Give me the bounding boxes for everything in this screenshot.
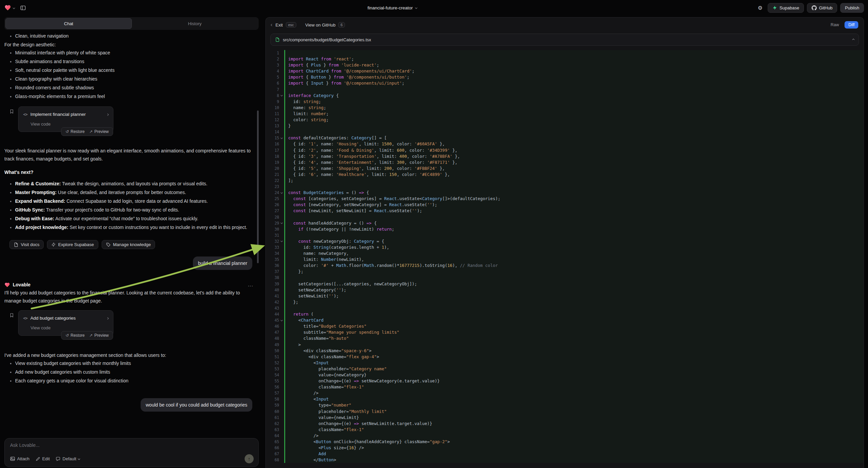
fold-chevron-icon[interactable]: [279, 238, 284, 244]
tab-chat[interactable]: Chat: [5, 18, 132, 29]
file-header[interactable]: src/components/budget/BudgetCategories.t…: [271, 34, 859, 46]
line-number: 29: [266, 220, 279, 226]
fold-slot: [279, 129, 284, 135]
edit-card-add-budget-categories[interactable]: <> Add budget categories View code ↺Rest…: [18, 310, 114, 336]
fold-chevron-icon[interactable]: [279, 135, 284, 141]
supabase-icon: [51, 242, 56, 247]
code-lines: 12import React from 'react';3import { Pl…: [266, 49, 864, 468]
line-number: 59: [266, 402, 279, 408]
fold-slot: [279, 311, 284, 317]
code-line: 39 setCategories([...categories, newCate…: [266, 281, 864, 287]
exit-button[interactable]: Exit: [271, 23, 283, 28]
code-viewer-header: Exit esc View on GitHub 6 Raw Diff: [266, 18, 864, 32]
send-button[interactable]: ↑: [245, 454, 254, 463]
code-text: <Button onClick={handleAddCategory} clas…: [284, 439, 864, 445]
code-line: 51 <div className="flex gap-4">: [266, 354, 864, 360]
bookmark-icon[interactable]: [9, 109, 14, 114]
code-line: 31: [266, 232, 864, 238]
restore-icon: ↺: [65, 333, 69, 338]
code-line: 57 />: [266, 390, 864, 396]
line-number: 25: [266, 196, 279, 202]
user-message: build a financial planner: [193, 257, 252, 270]
fold-slot: [279, 141, 284, 147]
list-item: Debug with Ease: Activate our experiment…: [15, 214, 258, 223]
more-options-button[interactable]: ...: [248, 282, 253, 288]
code-line: 58 <Input: [266, 396, 864, 402]
code-text: [284, 214, 864, 220]
line-number: 8: [266, 93, 279, 99]
preview-button[interactable]: ↗Preview: [87, 128, 111, 135]
chevron-up-icon: [852, 38, 855, 40]
mode-select[interactable]: Default: [56, 456, 80, 461]
chat-input[interactable]: Ask Lovable...: [10, 442, 254, 454]
line-number: 50: [266, 348, 279, 354]
code-text: <ChartCard: [284, 317, 864, 323]
manage-knowledge-button[interactable]: Manage knowledge: [102, 240, 155, 249]
project-name-menu[interactable]: financial-future-creator: [367, 5, 417, 10]
raw-toggle[interactable]: Raw: [828, 21, 841, 29]
sidebar-icon: [20, 5, 26, 11]
line-number: 21: [266, 172, 279, 178]
code-line: 21 { id: '6', name: 'Healthcare', limit:…: [266, 172, 864, 178]
line-number: 32: [266, 238, 279, 244]
code-text: placeholder="Category name": [284, 366, 864, 372]
restore-button[interactable]: ↺Restore: [63, 332, 87, 339]
fold-chevron-icon[interactable]: [279, 93, 284, 99]
restore-button[interactable]: ↺Restore: [63, 128, 87, 135]
diff-toggle[interactable]: Diff: [844, 21, 858, 29]
fold-slot: [279, 378, 284, 384]
attach-button[interactable]: Attach: [10, 456, 30, 461]
lovable-logo-menu[interactable]: [4, 4, 15, 11]
explore-supabase-button[interactable]: Explore Supabase: [47, 240, 98, 249]
code-line: 38: [266, 274, 864, 281]
fold-slot: [279, 111, 284, 117]
publish-button[interactable]: Publish: [840, 3, 864, 13]
toggle-sidebar-button[interactable]: [18, 3, 28, 12]
view-on-github-label: View on GitHub: [305, 23, 336, 28]
line-number: 37: [266, 269, 279, 274]
fold-chevron-icon[interactable]: [279, 220, 284, 226]
fold-slot: [279, 147, 284, 153]
code-line: 35 limit: Number(newLimit),: [266, 257, 864, 263]
line-number: 19: [266, 159, 279, 166]
code-text: setNewLimit('');: [284, 293, 864, 299]
line-number: 24: [266, 190, 279, 196]
supabase-button[interactable]: Supabase: [768, 3, 804, 13]
line-number: 68: [266, 457, 279, 463]
fold-slot: [279, 402, 284, 408]
fold-slot: [279, 105, 284, 111]
settings-button[interactable]: ⚙: [755, 3, 765, 12]
code-text: id: String(categories.length + 1),: [284, 244, 864, 251]
fold-slot: [279, 232, 284, 238]
assistant-header: Lovable ...: [4, 281, 258, 289]
fold-chevron-icon[interactable]: [279, 190, 284, 196]
app-window: financial-future-creator ⚙ Supabase GitH…: [0, 0, 868, 468]
code-text: ];: [284, 178, 864, 184]
fold-slot: [279, 202, 284, 208]
edit-label: Edit: [42, 456, 50, 461]
line-number: 11: [266, 111, 279, 117]
code-text: return (: [284, 311, 864, 317]
bookmark-icon[interactable]: [9, 313, 14, 318]
code-line: 61 value={newLimit}: [266, 415, 864, 421]
line-number: 51: [266, 354, 279, 360]
edit-mode-button[interactable]: Edit: [36, 456, 50, 461]
tab-history[interactable]: History: [132, 18, 258, 29]
user-message: would be cool if you could add budget ca…: [141, 398, 252, 412]
edit-card-implement-financial-planner[interactable]: <> Implement financial planner View code…: [18, 107, 114, 132]
code-text: limit: Number(newLimit),: [284, 257, 864, 263]
visit-docs-button[interactable]: Visit docs: [9, 240, 43, 249]
list-item: Refine & Customize: Tweak the design, an…: [15, 180, 258, 188]
code-line: 37 };: [266, 269, 864, 274]
arrow-up-icon: ↑: [248, 456, 251, 462]
code-text: import { Button } from '@/components/ui/…: [284, 74, 864, 80]
code-text: subtitle="Manage your spending limits": [284, 329, 864, 335]
view-on-github-link[interactable]: View on GitHub 6: [305, 22, 345, 28]
github-button[interactable]: GitHub: [807, 3, 837, 13]
chat-scrollbar[interactable]: [257, 111, 259, 263]
preview-button[interactable]: ↗Preview: [87, 332, 111, 339]
fold-chevron-icon[interactable]: [279, 317, 284, 323]
mode-label: Default: [62, 456, 76, 461]
line-number: 5: [266, 74, 279, 80]
list-item: Clean typography with clear hierarchies: [15, 75, 258, 83]
